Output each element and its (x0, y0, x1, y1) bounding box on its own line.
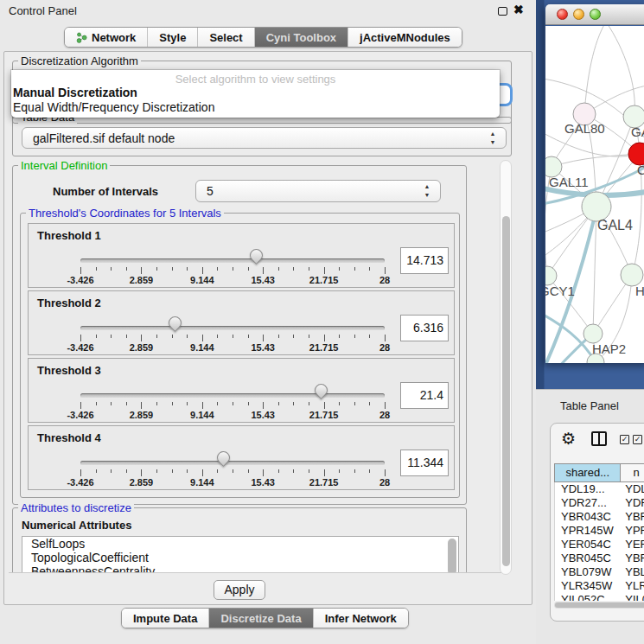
threshold-slider-track[interactable] (80, 258, 385, 263)
settings-scrollbar[interactable] (500, 160, 512, 575)
table-panel-title: Table Panel (560, 399, 619, 412)
threshold-value-field[interactable]: 21.4 (400, 382, 449, 409)
slider-tick (233, 267, 233, 271)
number-of-intervals-spinner[interactable]: 5 ▲▼ (195, 180, 441, 202)
tab-impute-data[interactable]: Impute Data (122, 609, 208, 628)
node-gal4[interactable] (582, 192, 611, 221)
slider-tick-label: 9.144 (190, 410, 214, 420)
cyni-toolbox-panel: Discretization Algorithm Select algorith… (3, 51, 532, 605)
slider-tick (278, 267, 279, 271)
network-canvas[interactable]: GAL80GACGAL11GAL4GCY1HAHAP2 (545, 26, 644, 363)
slider-tick (141, 469, 142, 476)
slider-tick (369, 402, 370, 405)
table-row[interactable]: YLR345WYLR3 (555, 579, 644, 593)
slider-tick (324, 469, 325, 476)
slider-tick (156, 469, 157, 473)
slider-tick (263, 469, 264, 476)
algorithm-option-equal-width-frequency-discretization[interactable]: Equal Width/Frequency Discretization (11, 100, 500, 115)
tab-label: Select (209, 31, 242, 44)
apply-button[interactable]: Apply (214, 580, 265, 600)
table-row[interactable]: YIL052CYIL0 (555, 593, 644, 601)
threshold-box-3: Threshold 3-3.4262.8599.14415.4321.71528… (28, 358, 455, 423)
combobox-stepper-icon[interactable]: ▲▼ (488, 130, 497, 147)
split-columns-icon[interactable] (591, 431, 607, 446)
threshold-label: Threshold 4 (37, 431, 101, 444)
close-icon[interactable]: ✖ (513, 3, 524, 16)
node-hap2[interactable] (583, 324, 603, 343)
gear-icon[interactable]: ⚙ (561, 429, 576, 449)
settings-scrollbar-thumb[interactable] (502, 216, 510, 566)
tab-infer-network[interactable]: Infer Network (313, 609, 408, 628)
threshold-value-field[interactable]: 11.344 (400, 450, 449, 476)
slider-tick (217, 469, 218, 473)
minimize-traffic-light[interactable] (573, 9, 584, 20)
tab-jactivemnodules[interactable]: jActiveMNodules (348, 28, 462, 47)
threshold-slider-track[interactable] (80, 461, 385, 465)
slider-tick (156, 335, 157, 338)
table-cell-shared-name: YBR045C (555, 552, 622, 565)
slider-tick (324, 335, 325, 341)
attribute-item-betweennesscentrality[interactable]: BetweennessCentrality (22, 564, 458, 573)
table-row[interactable]: YDL19...YDL1 (555, 482, 644, 496)
slider-tick (293, 335, 294, 338)
table-hscrollbar[interactable] (554, 602, 644, 609)
attribute-item-topologicalcoefficient[interactable]: TopologicalCoefficient (22, 551, 458, 564)
slider-tick (126, 335, 127, 338)
zoom-traffic-light[interactable] (590, 9, 601, 20)
table-row[interactable]: YBL079WYBL0 (555, 565, 644, 579)
float-window-icon[interactable] (498, 7, 507, 16)
tab-network[interactable]: Network (65, 28, 147, 47)
table-cell-shared-name: YIL052C (555, 593, 622, 601)
algorithm-option-manual-discretization[interactable]: Manual Discretization (11, 86, 500, 100)
slider-tick (217, 267, 218, 271)
threshold-value-field[interactable]: 6.316 (400, 315, 449, 341)
slider-tick (354, 469, 355, 473)
table-cell-name: YDL1 (622, 482, 644, 496)
slider-tick (278, 402, 279, 405)
threshold-slider-track[interactable] (80, 393, 385, 398)
table-column-header-1[interactable]: shared... (554, 463, 621, 482)
numerical-attributes-label: Numerical Attributes (22, 519, 131, 532)
slider-tick (80, 469, 81, 476)
slider-tick (354, 402, 355, 405)
slider-tick (96, 402, 97, 405)
table-column-header-2[interactable]: n (621, 463, 644, 482)
table-row[interactable]: YER054CYER0 (555, 538, 644, 552)
tab-label: Infer Network (325, 612, 397, 625)
thresholds-group-title: Threshold's Coordinates for 5 Intervals (26, 207, 224, 220)
threshold-slider-track[interactable] (80, 326, 385, 330)
checkbox-icon-2[interactable]: ✓ (633, 435, 642, 444)
number-of-intervals-value: 5 (207, 181, 214, 201)
node-gcy1[interactable] (545, 266, 557, 285)
tab-discretize-data[interactable]: Discretize Data (208, 609, 312, 628)
tab-cyni-toolbox[interactable]: Cyni Toolbox (254, 28, 348, 47)
spinner-stepper-icon[interactable]: ▲▼ (423, 182, 431, 200)
threshold-value-field[interactable]: 14.713 (400, 247, 449, 274)
slider-tick (96, 335, 97, 338)
table-row[interactable]: YBR045CYBR0 (555, 552, 644, 565)
algorithm-popup-hint: Select algorithm to view settings (11, 70, 500, 86)
attributes-list-scrollbar[interactable] (448, 539, 456, 573)
table-data-combobox[interactable]: galFiltered.sif default node ▲▼ (22, 127, 507, 149)
tab-style[interactable]: Style (147, 28, 197, 47)
network-graph: GAL80GACGAL11GAL4GCY1HAHAP2 (545, 26, 644, 363)
numerical-attributes-list: SelfLoopsTopologicalCoefficientBetweenne… (22, 536, 459, 573)
tab-select[interactable]: Select (197, 28, 253, 47)
slider-tick (263, 335, 264, 341)
slider-tick (233, 402, 233, 405)
table-row[interactable]: YBR043CYBR0 (555, 510, 644, 524)
slider-tick (385, 469, 386, 476)
table-row[interactable]: YPR145WYPR1 (555, 524, 644, 538)
tab-label: Network (92, 31, 136, 44)
table-hscrollbar-thumb[interactable] (555, 603, 644, 608)
slider-tick-label: 21.715 (309, 342, 339, 353)
close-traffic-light[interactable] (557, 9, 568, 20)
attribute-item-selfloops[interactable]: SelfLoops (22, 537, 458, 551)
table-row[interactable]: YDR27...YDR2 (555, 496, 644, 510)
slider-tick (187, 267, 188, 271)
slider-tick (156, 402, 157, 405)
checkbox-icon-1[interactable]: ✓ (620, 435, 629, 444)
slider-tick-label: 2.859 (130, 410, 154, 420)
top-tab-bar: NetworkStyleSelectCyni ToolboxjActiveMNo… (64, 27, 462, 48)
slider-tick (187, 402, 188, 405)
